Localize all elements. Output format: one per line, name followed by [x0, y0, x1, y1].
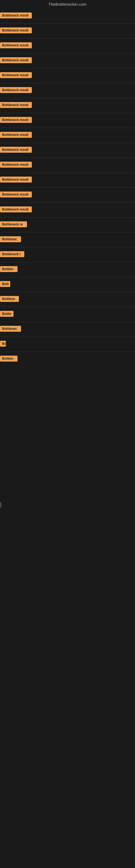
- bottleneck-badge[interactable]: Bottleneck result: [0, 132, 32, 138]
- list-item: Bottle: [0, 307, 135, 322]
- list-item: Bottleneck result: [0, 24, 135, 38]
- bottleneck-badge[interactable]: Bottlenec: [0, 326, 21, 332]
- bottleneck-badge[interactable]: Bottleneck result: [0, 27, 32, 33]
- bottleneck-badge[interactable]: Bottleneck result: [0, 147, 32, 153]
- list-item: Bott: [0, 277, 135, 292]
- results-list: Bottleneck resultBottleneck resultBottle…: [0, 9, 135, 367]
- bottleneck-badge[interactable]: Bottleneck result: [0, 191, 32, 197]
- list-item: Bottleneck result: [0, 98, 135, 113]
- bottleneck-badge[interactable]: Bott: [0, 281, 10, 287]
- list-item: Bottleneck result: [0, 128, 135, 143]
- list-item: Bottlen: [0, 262, 135, 277]
- list-item: Bottlenec: [0, 232, 135, 247]
- list-item: Bottleneck result: [0, 143, 135, 158]
- bottleneck-badge[interactable]: Bottle: [0, 311, 13, 317]
- bottleneck-badge[interactable]: Bottleneck r: [0, 251, 24, 257]
- list-item: Bottleneck result: [0, 113, 135, 128]
- bottleneck-badge[interactable]: Bottleneck result: [0, 102, 32, 108]
- cursor-indicator: [1, 502, 1, 507]
- list-item: Bottleneck result: [0, 188, 135, 203]
- list-item: Bottleneck result: [0, 83, 135, 98]
- list-item: Bottleneck result: [0, 203, 135, 217]
- list-item: Bottlen: [0, 352, 135, 367]
- empty-space: [0, 367, 135, 584]
- bottleneck-badge[interactable]: Bottleneck result: [0, 42, 32, 48]
- bottleneck-badge[interactable]: Bottlene: [0, 296, 19, 302]
- list-item: Bottleneck result: [0, 173, 135, 187]
- list-item: Bottleneck result: [0, 158, 135, 173]
- bottleneck-badge[interactable]: Bottlen: [0, 355, 17, 362]
- list-item: Bottleneck r: [0, 247, 135, 262]
- list-item: Bottleneck re: [0, 218, 135, 232]
- bottleneck-badge[interactable]: Bottleneck result: [0, 177, 32, 183]
- list-item: Bo: [0, 337, 135, 351]
- bottleneck-badge[interactable]: Bottleneck re: [0, 221, 27, 227]
- bottleneck-badge[interactable]: Bottleneck result: [0, 57, 32, 63]
- bottleneck-badge[interactable]: Bottleneck result: [0, 12, 32, 19]
- bottleneck-badge[interactable]: Bottlen: [0, 266, 17, 272]
- list-item: Bottleneck result: [0, 38, 135, 53]
- list-item: Bottlene: [0, 292, 135, 307]
- bottleneck-badge[interactable]: Bottleneck result: [0, 87, 32, 93]
- bottleneck-badge[interactable]: Bottleneck result: [0, 72, 32, 78]
- bottleneck-badge[interactable]: Bottleneck result: [0, 207, 32, 212]
- site-title: TheBottlenecker.com: [0, 0, 135, 9]
- list-item: Bottleneck result: [0, 68, 135, 83]
- bottleneck-badge[interactable]: Bottleneck result: [0, 162, 32, 167]
- bottleneck-badge[interactable]: Bottlenec: [0, 236, 21, 242]
- list-item: Bottleneck result: [0, 54, 135, 68]
- bottleneck-badge[interactable]: Bottleneck result: [0, 117, 32, 123]
- site-header: TheBottlenecker.com: [0, 0, 135, 9]
- list-item: Bottleneck result: [0, 9, 135, 23]
- list-item: Bottlenec: [0, 322, 135, 337]
- bottleneck-badge[interactable]: Bo: [0, 341, 6, 347]
